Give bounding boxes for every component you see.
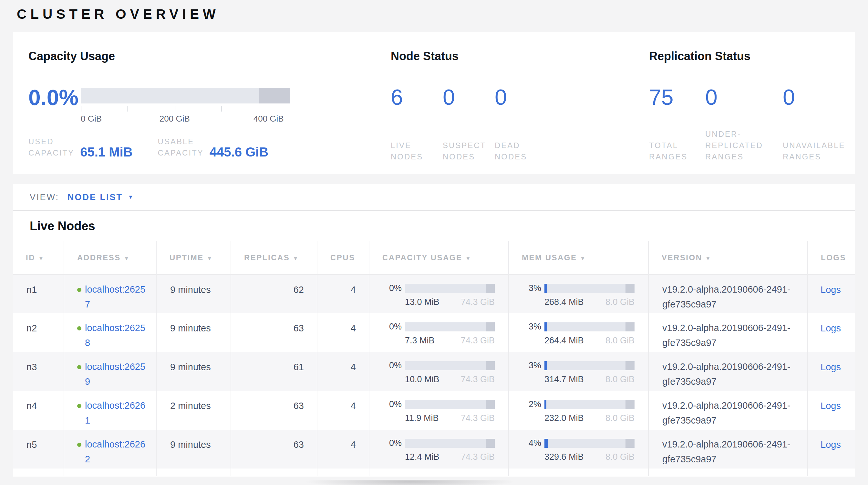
logs-link[interactable]: Logs xyxy=(820,362,841,372)
version-text: v19.2.0-alpha.20190606-2491-gfe735c9a97 xyxy=(662,282,809,312)
stat-label: SUSPECT NODES xyxy=(443,140,495,162)
mem-fill-segment xyxy=(545,361,547,370)
stat-value: 0 xyxy=(443,85,495,109)
usable-capacity-value: 445.6 GiB xyxy=(210,145,268,160)
node-address-cell: localhost:26258 xyxy=(64,313,156,352)
node-address-link[interactable]: localhost:26258 xyxy=(85,320,150,350)
stat-label: LIVE NODES xyxy=(391,140,443,162)
capacity-percent-label: 0% xyxy=(388,361,402,371)
stat-value: 0 xyxy=(495,85,547,109)
capacity-reserved-segment xyxy=(259,88,290,104)
capacity-total-value: 74.3 GiB xyxy=(461,336,495,346)
capacity-reserved-segment xyxy=(486,284,495,293)
stat-label: UNAVAILABLE RANGES xyxy=(783,140,860,162)
used-capacity-value: 65.1 MiB xyxy=(80,145,132,160)
column-header-capacity-usage[interactable]: CAPACITY USAGE▼ xyxy=(369,241,508,275)
cpus-cell: 4 xyxy=(317,275,369,313)
capacity-percent: 0.0% xyxy=(28,86,81,123)
logs-link[interactable]: Logs xyxy=(820,323,841,333)
mem-used-value: 232.0 MiB xyxy=(545,413,584,423)
chevron-down-icon[interactable]: ▼ xyxy=(128,194,133,200)
live-status-dot-icon xyxy=(77,443,82,447)
scroll-shadow xyxy=(265,480,555,485)
stat-value: 0 xyxy=(705,85,783,109)
replication-status-heading: Replication Status xyxy=(649,49,860,63)
capacity-percent-label: 0% xyxy=(388,283,402,293)
empty-cell xyxy=(508,468,648,476)
capacity-usage-cell: 0% 11.9 MiB 74.3 GiB xyxy=(369,391,508,430)
version-cell: v19.2.0-alpha.20190606-2491-gfe735c9a97 xyxy=(648,352,808,391)
sort-caret-icon: ▼ xyxy=(706,256,711,261)
mem-total-value: 8.0 GiB xyxy=(606,413,634,423)
logs-cell: Logs xyxy=(808,352,855,391)
live-status-dot-icon xyxy=(77,404,82,408)
mem-percent-label: 3% xyxy=(527,361,541,371)
capacity-reserved-segment xyxy=(486,322,495,332)
capacity-used-value: 13.0 MiB xyxy=(405,297,439,307)
mem-usage-cell: 2% 232.0 MiB 8.0 GiB xyxy=(508,391,648,430)
cpus-cell: 4 xyxy=(317,391,369,430)
live-status-dot-icon xyxy=(77,288,82,292)
column-header-uptime[interactable]: UPTIME▼ xyxy=(156,241,231,275)
mem-fill-segment xyxy=(545,400,547,409)
version-cell: v19.2.0-alpha.20190606-2491-gfe735c9a97 xyxy=(648,391,808,430)
node-address-link[interactable]: localhost:26262 xyxy=(85,437,150,466)
sort-caret-icon: ▼ xyxy=(38,256,44,261)
usable-capacity-label: USABLE CAPACITY xyxy=(158,136,204,159)
mem-usage-cell: 3% 268.4 MiB 8.0 GiB xyxy=(508,275,648,313)
axis-tick xyxy=(221,106,222,112)
capacity-reserved-segment xyxy=(486,400,495,409)
node-id-cell: n4 xyxy=(13,391,64,430)
replicas-cell: 63 xyxy=(231,391,317,430)
live-nodes-table: ID▼ ADDRESS▼ UPTIME▼ REPLICAS▼ CPUS CAPA… xyxy=(13,241,855,476)
node-address-link[interactable]: localhost:26259 xyxy=(85,359,150,389)
capacity-mini-bar xyxy=(405,322,495,332)
column-header-id[interactable]: ID▼ xyxy=(13,241,64,275)
logs-cell: Logs xyxy=(808,391,855,430)
stat-value: 0 xyxy=(783,85,860,109)
logs-link[interactable]: Logs xyxy=(820,285,841,295)
capacity-usage-section: Capacity Usage 0.0% 0 GiB200 GiB400 GiB … xyxy=(28,49,391,174)
capacity-usage-heading: Capacity Usage xyxy=(28,49,391,63)
logs-link[interactable]: Logs xyxy=(820,439,841,450)
logs-link[interactable]: Logs xyxy=(820,401,841,411)
column-header-address[interactable]: ADDRESS▼ xyxy=(64,241,156,275)
column-header-version[interactable]: VERSION▼ xyxy=(648,241,808,275)
node-address-link[interactable]: localhost:26261 xyxy=(85,398,150,428)
column-header-mem-usage[interactable]: MEM USAGE▼ xyxy=(508,241,648,275)
version-text: v19.2.0-alpha.20190606-2491-gfe735c9a97 xyxy=(662,437,809,466)
sort-caret-icon: ▼ xyxy=(207,256,213,261)
stat-value: 6 xyxy=(391,85,443,109)
mem-used-value: 314.7 MiB xyxy=(545,374,584,384)
cpus-cell: 4 xyxy=(317,313,369,352)
capacity-used-value: 11.9 MiB xyxy=(405,413,439,423)
capacity-percent-label: 0% xyxy=(388,322,402,332)
capacity-mini-bar xyxy=(405,400,495,409)
replicas-cell: 62 xyxy=(231,275,317,313)
node-address-cell: localhost:26259 xyxy=(64,352,156,391)
node-address-cell: localhost:26257 xyxy=(64,275,156,313)
node-id-cell: n5 xyxy=(13,430,64,468)
column-header-label: LOGS xyxy=(821,253,846,262)
node-address-link[interactable]: localhost:26257 xyxy=(85,282,150,312)
capacity-mini-bar xyxy=(405,284,495,293)
mem-mini-bar xyxy=(545,439,634,448)
capacity-percent-label: 0% xyxy=(388,399,402,409)
column-header-replicas[interactable]: REPLICAS▼ xyxy=(231,241,317,275)
empty-cell xyxy=(648,468,808,476)
sort-caret-icon: ▼ xyxy=(580,256,586,261)
view-dropdown[interactable]: NODE LIST xyxy=(67,192,123,202)
logs-cell: Logs xyxy=(808,313,855,352)
mem-reserved-segment xyxy=(625,400,634,409)
axis-tick xyxy=(175,106,175,112)
version-cell: v19.2.0-alpha.20190606-2491-gfe735c9a97 xyxy=(648,275,808,313)
version-text: v19.2.0-alpha.20190606-2491-gfe735c9a97 xyxy=(662,359,809,389)
node-id-cell: n3 xyxy=(13,352,64,391)
uptime-cell: 9 minutes xyxy=(156,352,231,391)
empty-cell xyxy=(13,468,64,476)
mem-mini-bar xyxy=(545,361,634,370)
version-text: v19.2.0-alpha.20190606-2491-gfe735c9a97 xyxy=(662,320,809,350)
node-id-cell: n2 xyxy=(13,313,64,352)
column-header-label: VERSION xyxy=(662,253,702,262)
uptime-cell: 9 minutes xyxy=(156,430,231,468)
